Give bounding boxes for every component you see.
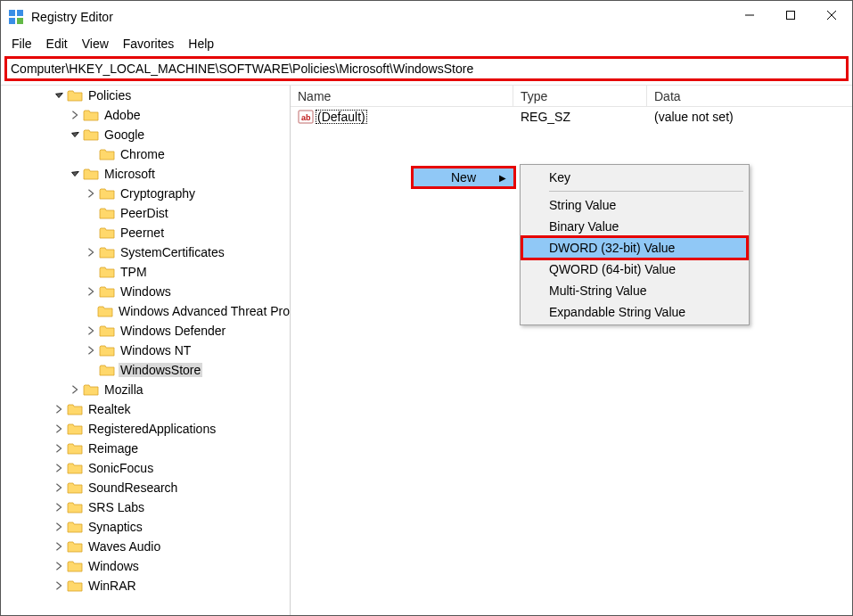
- col-data[interactable]: Data: [647, 86, 852, 106]
- folder-icon: [99, 284, 115, 299]
- expand-icon[interactable]: [53, 560, 65, 572]
- tree-item[interactable]: Microsoft: [1, 164, 290, 184]
- tree-item[interactable]: Adobe: [1, 105, 290, 125]
- context-menu-new-label: New: [451, 170, 476, 185]
- folder-icon: [67, 520, 83, 534]
- submenu-dword-label: DWORD (32-bit) Value: [549, 241, 675, 255]
- menu-file[interactable]: File: [4, 35, 39, 53]
- value-name: (Default): [316, 110, 367, 124]
- address-input[interactable]: [11, 60, 842, 78]
- expand-icon[interactable]: [53, 462, 65, 474]
- expand-icon[interactable]: [85, 344, 97, 357]
- expand-icon[interactable]: [53, 442, 65, 455]
- tree-item[interactable]: Windows Advanced Threat Protection: [1, 301, 290, 321]
- context-submenu-new: Key String Value Binary Value DWORD (32-…: [520, 164, 750, 325]
- minimize-button[interactable]: [729, 1, 770, 29]
- expand-icon[interactable]: [85, 246, 97, 259]
- collapse-icon[interactable]: [53, 89, 65, 102]
- value-data: (value not set): [647, 110, 852, 124]
- expand-icon[interactable]: [53, 521, 65, 533]
- folder-icon: [67, 500, 83, 514]
- tree-item[interactable]: Reimage: [1, 439, 290, 458]
- folder-icon: [99, 324, 115, 338]
- collapse-icon[interactable]: [69, 128, 81, 141]
- window-title: Registry Editor: [31, 10, 729, 24]
- folder-icon: [83, 108, 99, 122]
- tree-pane[interactable]: PoliciesAdobeGoogleChromeMicrosoftCrypto…: [1, 86, 291, 615]
- expand-icon[interactable]: [53, 579, 65, 592]
- tree-item-label: Policies: [86, 88, 133, 103]
- close-button[interactable]: [811, 1, 852, 29]
- submenu-qword-value[interactable]: QWORD (64-bit) Value: [522, 259, 747, 280]
- tree-item[interactable]: Windows Defender: [1, 321, 290, 341]
- folder-icon: [99, 343, 115, 357]
- submenu-multistring-value[interactable]: Multi-String Value: [522, 280, 747, 301]
- expand-icon[interactable]: [53, 403, 65, 415]
- expand-icon[interactable]: [53, 481, 65, 494]
- tree-item[interactable]: Windows: [1, 282, 290, 301]
- folder-icon: [67, 461, 83, 475]
- tree-item[interactable]: SystemCertificates: [1, 242, 290, 262]
- expand-icon[interactable]: [69, 383, 81, 396]
- expand-icon[interactable]: [53, 501, 65, 513]
- expand-icon[interactable]: [53, 423, 65, 435]
- regedit-icon: [8, 9, 24, 25]
- tree-item[interactable]: Cryptography: [1, 184, 290, 203]
- menu-help[interactable]: Help: [181, 35, 221, 53]
- menu-view[interactable]: View: [75, 35, 116, 53]
- maximize-button[interactable]: [770, 1, 811, 29]
- folder-icon: [97, 304, 113, 318]
- collapse-icon[interactable]: [69, 168, 81, 180]
- list-headers: Name Type Data: [291, 86, 852, 107]
- tree-item[interactable]: Synaptics: [1, 517, 290, 537]
- submenu-string-value[interactable]: String Value: [522, 194, 747, 216]
- tree-item-label: Peernet: [119, 226, 166, 240]
- svg-rect-0: [9, 10, 15, 16]
- regedit-window: Registry Editor File Edit View Favorites…: [0, 0, 853, 616]
- string-value-icon: [298, 109, 314, 125]
- tree-item[interactable]: Peernet: [1, 223, 290, 242]
- submenu-binary-value[interactable]: Binary Value: [522, 216, 747, 237]
- tree-item-label: Realtek: [86, 402, 132, 416]
- tree-item[interactable]: SRS Labs: [1, 497, 290, 517]
- tree-item[interactable]: WinRAR: [1, 576, 290, 595]
- expand-icon[interactable]: [85, 187, 97, 200]
- tree-item[interactable]: Policies: [1, 86, 290, 105]
- folder-icon: [99, 245, 115, 259]
- expand-icon[interactable]: [85, 324, 97, 337]
- value-row[interactable]: (Default)REG_SZ(value not set): [291, 107, 852, 127]
- tree-item[interactable]: Windows NT: [1, 341, 290, 360]
- expand-icon[interactable]: [53, 540, 65, 553]
- submenu-dword-value[interactable]: DWORD (32-bit) Value: [522, 237, 747, 259]
- tree-item[interactable]: RegisteredApplications: [1, 419, 290, 439]
- context-menu-new[interactable]: New ▶: [411, 166, 516, 189]
- tree-item[interactable]: PeerDist: [1, 203, 290, 223]
- folder-icon: [99, 147, 115, 161]
- tree-item[interactable]: Realtek: [1, 399, 290, 419]
- col-type[interactable]: Type: [513, 86, 647, 106]
- tree-item[interactable]: SonicFocus: [1, 458, 290, 478]
- expand-icon[interactable]: [69, 109, 81, 121]
- folder-icon: [67, 402, 83, 416]
- submenu-key[interactable]: Key: [522, 167, 747, 188]
- menu-edit[interactable]: Edit: [39, 35, 75, 53]
- tree-item[interactable]: Windows: [1, 556, 290, 576]
- folder-icon: [99, 363, 115, 377]
- svg-rect-3: [17, 18, 23, 24]
- folder-icon: [99, 226, 115, 240]
- submenu-expandstring-value[interactable]: Expandable String Value: [522, 301, 747, 323]
- tree-item-label: SoundResearch: [86, 480, 179, 495]
- tree-item[interactable]: Chrome: [1, 144, 290, 164]
- col-name[interactable]: Name: [291, 86, 513, 106]
- folder-icon: [67, 441, 83, 456]
- tree-item[interactable]: TPM: [1, 262, 290, 282]
- tree-item[interactable]: Google: [1, 125, 290, 144]
- tree-item[interactable]: Waves Audio: [1, 537, 290, 556]
- menubar: File Edit View Favorites Help: [1, 33, 852, 54]
- menu-favorites[interactable]: Favorites: [116, 35, 182, 53]
- tree-item[interactable]: Mozilla: [1, 380, 290, 399]
- expand-icon[interactable]: [85, 285, 97, 298]
- folder-icon: [67, 559, 83, 573]
- tree-item[interactable]: SoundResearch: [1, 478, 290, 497]
- tree-item[interactable]: WindowsStore: [1, 360, 290, 380]
